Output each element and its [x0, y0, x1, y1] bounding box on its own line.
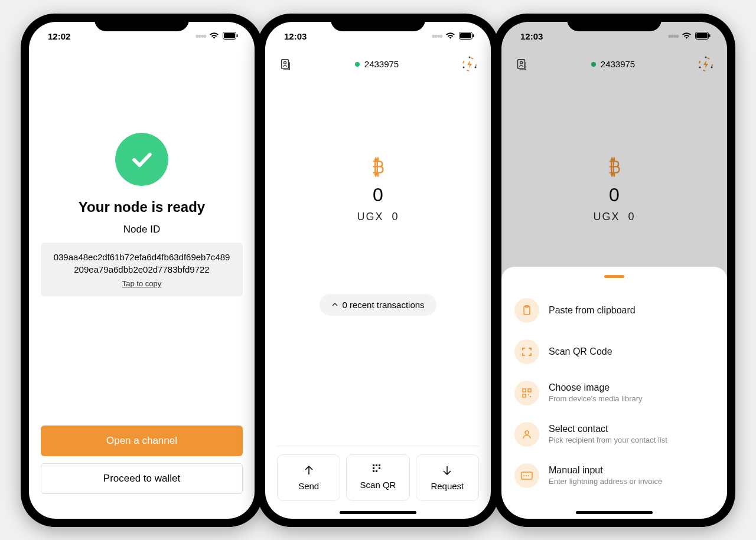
- sync-status-dot: [355, 62, 360, 67]
- svg-point-39: [528, 475, 529, 476]
- svg-rect-30: [523, 389, 526, 392]
- image-qr-icon: [514, 381, 539, 405]
- person-icon: [514, 422, 539, 447]
- svg-rect-21: [709, 34, 711, 37]
- svg-rect-13: [376, 464, 377, 466]
- svg-rect-34: [530, 396, 531, 397]
- cellular-icon: ••••: [668, 30, 678, 42]
- success-check-icon: [115, 133, 168, 186]
- sheet-item-paste[interactable]: Paste from clipboard: [514, 290, 714, 331]
- notch: [567, 14, 662, 31]
- svg-rect-17: [373, 470, 374, 472]
- block-height-value: 2433975: [364, 59, 399, 69]
- phone-3: 12:03 ••••: [493, 14, 735, 527]
- sheet-item-title: Paste from clipboard: [549, 305, 636, 316]
- scan-qr-button[interactable]: Scan QR: [346, 454, 409, 501]
- sheet-item-subtitle: Enter lightning address or invoice: [549, 477, 662, 486]
- action-row: Send Scan QR Request: [277, 446, 479, 519]
- sheet-item-image[interactable]: Choose image From device's media library: [514, 372, 714, 414]
- node-id-label: Node ID: [123, 224, 160, 235]
- block-height[interactable]: 2433975: [355, 59, 399, 69]
- request-button[interactable]: Request: [416, 454, 479, 501]
- sheet-item-manual[interactable]: Manual input Enter lightning address or …: [514, 455, 714, 496]
- balance-sats: 0: [513, 184, 715, 206]
- svg-point-23: [520, 61, 523, 64]
- home-indicator: [576, 511, 653, 514]
- balance-display: 0 UGX 0: [277, 156, 479, 223]
- phone-2: 12:03 •••• 2433975: [257, 14, 499, 527]
- home-indicator: [340, 511, 416, 514]
- app-header: 2433975: [513, 51, 715, 74]
- svg-point-27: [699, 66, 701, 68]
- notch: [94, 14, 189, 31]
- proceed-wallet-button[interactable]: Proceed to wallet: [41, 463, 243, 494]
- battery-icon: [459, 31, 474, 41]
- clock: 12:03: [520, 31, 543, 41]
- svg-point-7: [284, 61, 286, 64]
- sheet-item-subtitle: Pick recipient from your contact list: [549, 436, 667, 444]
- svg-rect-18: [376, 470, 377, 472]
- sheet-item-contact[interactable]: Select contact Pick recipient from your …: [514, 414, 714, 455]
- chevron-up-icon: [331, 301, 338, 308]
- bitcoin-icon: [277, 156, 479, 182]
- bitcoin-icon: [513, 156, 715, 182]
- svg-point-25: [705, 56, 707, 58]
- svg-rect-33: [528, 394, 529, 395]
- block-height-value: 2433975: [601, 59, 635, 69]
- balance-fiat: UGX 0: [277, 211, 479, 223]
- notch: [331, 14, 425, 31]
- arrow-down-icon: [441, 464, 453, 476]
- scan-icon: [514, 339, 539, 364]
- arrow-up-icon: [303, 464, 315, 476]
- sheet-item-title: Select contact: [549, 424, 667, 434]
- svg-rect-31: [528, 389, 531, 392]
- clipboard-icon: [514, 298, 539, 323]
- svg-rect-20: [696, 33, 708, 38]
- balance-display: 0 UGX 0: [513, 156, 715, 223]
- node-id-box[interactable]: 039aa48ec2df61b72efa6d4fb63df69eb7c48920…: [41, 243, 243, 296]
- keyboard-icon: [514, 463, 539, 488]
- wifi-icon: [445, 31, 455, 41]
- svg-rect-15: [373, 467, 374, 469]
- sync-status-dot: [591, 62, 596, 67]
- lightning-node-icon[interactable]: [696, 55, 715, 74]
- phone-1: 12:02 •••• Your node is ready Node ID 0: [21, 14, 263, 527]
- sheet-item-scan[interactable]: Scan QR Code: [514, 331, 714, 372]
- svg-rect-5: [473, 34, 474, 37]
- send-options-sheet: Paste from clipboard Scan QR Code Choose…: [501, 267, 727, 519]
- balance-sats: 0: [277, 184, 479, 206]
- qr-icon: [373, 464, 383, 475]
- svg-point-35: [525, 431, 529, 434]
- svg-point-10: [475, 66, 477, 68]
- tap-to-copy-link[interactable]: Tap to copy: [51, 279, 232, 288]
- contacts-icon[interactable]: [277, 56, 294, 73]
- svg-rect-16: [379, 467, 380, 469]
- svg-point-37: [523, 475, 524, 476]
- recent-transactions-pill[interactable]: 0 recent transactions: [320, 294, 436, 316]
- cellular-icon: ••••: [432, 30, 442, 42]
- page-title: Your node is ready: [79, 199, 205, 215]
- sheet-item-subtitle: From device's media library: [549, 394, 643, 403]
- svg-point-9: [469, 56, 471, 58]
- svg-rect-12: [373, 464, 374, 466]
- svg-rect-14: [379, 464, 380, 466]
- sheet-item-title: Choose image: [549, 382, 643, 393]
- block-height[interactable]: 2433975: [591, 59, 635, 69]
- sheet-grabber[interactable]: [604, 275, 624, 278]
- balance-fiat: UGX 0: [513, 211, 715, 223]
- send-button[interactable]: Send: [277, 454, 340, 501]
- svg-rect-32: [523, 394, 526, 397]
- open-channel-button[interactable]: Open a channel: [41, 426, 243, 456]
- sheet-item-title: Scan QR Code: [549, 346, 612, 357]
- svg-point-38: [526, 475, 527, 476]
- wifi-icon: [682, 31, 692, 41]
- svg-point-11: [463, 66, 465, 68]
- contacts-icon[interactable]: [513, 56, 530, 73]
- app-header: 2433975: [277, 51, 479, 74]
- battery-icon: [695, 31, 711, 41]
- svg-point-26: [711, 66, 713, 68]
- lightning-node-icon[interactable]: [460, 55, 479, 74]
- svg-rect-4: [460, 33, 471, 38]
- clock: 12:03: [284, 31, 307, 41]
- sheet-item-title: Manual input: [549, 465, 662, 476]
